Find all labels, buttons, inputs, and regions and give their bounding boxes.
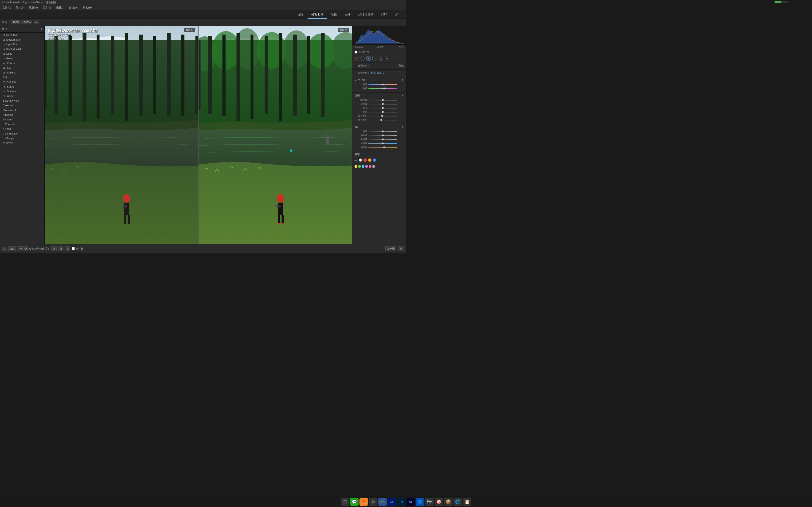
view-compare-btn[interactable]: ⊟⊟ (8, 246, 16, 251)
preset-group[interactable]: ts: Group (0, 56, 44, 61)
prev-photo-btn[interactable]: 上一张 (385, 246, 396, 251)
swatch-yellow[interactable] (355, 165, 357, 168)
nav-map[interactable]: 地图 (327, 10, 341, 19)
circle-tool-icon[interactable]: ○ (360, 56, 365, 61)
grid-tool-icon[interactable]: ⊞ (354, 56, 359, 61)
color-tool-blue-circle[interactable] (373, 158, 376, 162)
tone-expand[interactable]: ∧ (402, 94, 404, 97)
zoom-100[interactable]: 100% (11, 20, 21, 24)
next-photo-btn[interactable]: 览l (398, 246, 404, 251)
square-tool-icon[interactable]: □ (372, 56, 377, 61)
preset-winter[interactable]: ns: Winter (0, 94, 44, 98)
nav-book[interactable]: 画册 (341, 10, 355, 19)
dehaze-thumb[interactable] (382, 138, 384, 140)
nav-web[interactable]: W (391, 10, 401, 19)
exposure-thumb[interactable] (382, 99, 384, 101)
texture-thumb[interactable] (382, 130, 384, 132)
menu-settings[interactable]: 设置(S) (28, 5, 39, 10)
color-temp-slider[interactable] (368, 84, 397, 85)
preset-black-white-ts[interactable]: ts: Black & White (0, 47, 44, 51)
contrast-slider[interactable] (368, 104, 397, 105)
preset-portrait[interactable]: ve: Portrait (0, 61, 44, 65)
original-photo-row[interactable]: 原始照片 (352, 49, 406, 55)
saturation-thumb[interactable] (383, 147, 385, 148)
dash-tool-icon[interactable]: — (385, 56, 389, 61)
blacks-slider[interactable] (368, 120, 397, 120)
zoom-200[interactable]: 200% (22, 20, 32, 24)
preset-concerts[interactable]: t: Concerts (0, 122, 44, 126)
original-photo-checkbox[interactable] (355, 51, 357, 54)
add-preset-btn[interactable]: + (34, 20, 38, 24)
wb-icon[interactable]: ✒ (355, 78, 357, 82)
color-tool-pencil[interactable]: ✏ (355, 159, 357, 162)
preset-landscape[interactable]: t: Landscape (0, 131, 44, 136)
swatch-cyan[interactable] (362, 165, 364, 168)
contrast-thumb[interactable] (382, 103, 384, 105)
menu-file[interactable]: 文件(D) (1, 5, 12, 10)
preset-food[interactable]: t: Food (0, 126, 44, 131)
copy-settings-btn[interactable]: ⊞ (58, 246, 63, 251)
highlights-thumb[interactable] (382, 107, 384, 109)
nav-print[interactable]: 打印 (377, 10, 391, 19)
sync-btn[interactable]: ⊟ (65, 246, 70, 251)
color-tool-red-circle[interactable] (363, 158, 367, 162)
menu-photo[interactable]: 照片(P) (15, 5, 26, 10)
preset-travel[interactable]: s: Travel (0, 140, 44, 145)
config-value[interactable]: 相机 标准 ∨ (371, 71, 385, 75)
preset-light-skin[interactable]: ts: Light Skin (0, 42, 44, 47)
menu-help[interactable]: 帮助(H) (82, 5, 93, 10)
swatch-green[interactable] (358, 165, 361, 168)
whites-thumb[interactable] (381, 115, 383, 117)
vibrance-slider[interactable] (368, 143, 397, 144)
shadows-thumb[interactable] (382, 111, 384, 113)
clarity-thumb[interactable] (382, 134, 384, 136)
menu-window[interactable]: 窗口(W) (68, 5, 79, 10)
yx-select[interactable]: YY YX XY (17, 246, 28, 251)
texture-slider[interactable] (368, 131, 397, 132)
nav-slideshow[interactable]: 幻灯片放映 (355, 10, 377, 19)
color-temp-thumb[interactable] (382, 83, 384, 86)
preset-subject[interactable]: ve: Subject (0, 70, 44, 75)
preset-edgy[interactable]: ts: Edgy (0, 51, 44, 56)
swatch-pink[interactable] (369, 165, 371, 168)
swatch-gray[interactable] (372, 165, 375, 168)
add-preset-icon[interactable]: + (41, 27, 43, 31)
dot-tool-icon[interactable]: ● (366, 56, 371, 61)
preset-autumn[interactable]: ns: Autumn (0, 79, 44, 84)
nav-library[interactable]: 图库 (294, 10, 308, 19)
preset-cinematic[interactable]: Cinematic (0, 103, 44, 108)
preset-vintage[interactable]: Vintage (0, 117, 44, 122)
preset-sky[interactable]: ve: Sky (0, 65, 44, 70)
view-single-btn[interactable]: □ (2, 247, 7, 251)
highlights-slider[interactable] (368, 108, 397, 108)
color-tool-orange-circle[interactable] (368, 158, 371, 162)
nav-develop[interactable]: 修改照片 (308, 10, 327, 19)
preset-deep-skin[interactable]: ts: Deep Skin (0, 33, 44, 37)
preset-spring[interactable]: ns: Spring (0, 84, 44, 89)
blacks-thumb[interactable] (380, 119, 382, 121)
dehaze-slider[interactable] (368, 139, 397, 140)
vibrance-thumb[interactable] (382, 143, 384, 144)
saturation-slider[interactable] (368, 147, 397, 148)
tint-slider[interactable] (368, 88, 397, 89)
shadows-slider[interactable] (368, 112, 397, 112)
soft-proof-checkbox[interactable] (72, 247, 75, 250)
preset-lifestyle[interactable]: t: Lifestyle (0, 136, 44, 140)
presence-expand[interactable]: ∧ (402, 125, 404, 129)
color-tool-white-circle[interactable] (359, 158, 362, 162)
swatch-purple[interactable] (365, 165, 368, 168)
collapse-button[interactable]: ‹ (326, 135, 329, 144)
preset-futuristic[interactable]: Futuristic (0, 112, 44, 117)
preset-summer[interactable]: ns: Summer (0, 89, 44, 94)
preset-retro[interactable]: Retro (0, 75, 44, 79)
swap-before-btn[interactable]: ⇄ (51, 246, 57, 251)
menu-view[interactable]: 视图(V) (55, 5, 65, 10)
preset-black-white[interactable]: Black & White (0, 98, 44, 103)
whites-slider[interactable] (368, 116, 397, 116)
exposure-slider[interactable] (368, 100, 397, 101)
tint-thumb[interactable] (383, 88, 385, 90)
menu-tools[interactable]: 工具(T) (42, 5, 52, 10)
circle2-tool-icon[interactable]: ◯ (378, 56, 383, 61)
preset-medium-skin[interactable]: ts: Medium Skin (0, 37, 44, 42)
wb-expand[interactable]: ∧ (402, 78, 404, 82)
